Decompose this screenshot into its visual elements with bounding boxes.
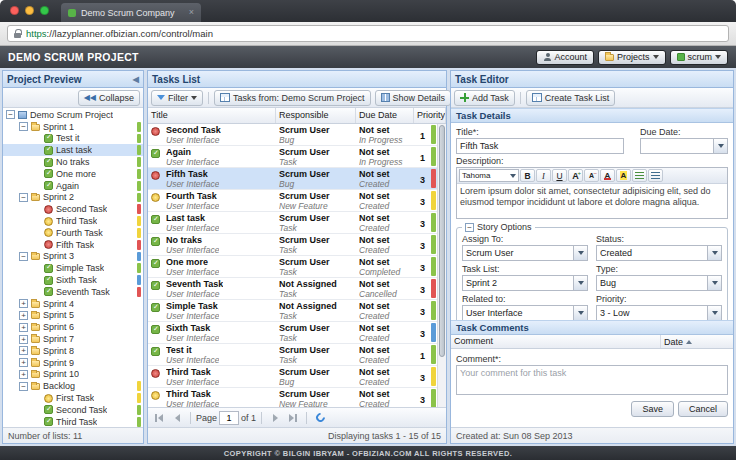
- minimize-window-button[interactable]: [25, 6, 34, 15]
- url-field[interactable]: https://lazyplanner.ofbizian.com/control…: [7, 25, 729, 42]
- tree-node-one-more[interactable]: One more: [3, 168, 143, 180]
- tree-node-simple-task[interactable]: Simple Task: [3, 262, 143, 274]
- first-page-button[interactable]: [151, 410, 167, 426]
- refresh-button[interactable]: [312, 410, 328, 426]
- task-row[interactable]: No traksUser InterfaceScrum UserTaskNot …: [148, 234, 437, 256]
- save-comment-button[interactable]: Save: [631, 401, 674, 417]
- maximize-window-button[interactable]: [40, 6, 49, 15]
- minus-expander-icon[interactable]: −: [19, 122, 28, 131]
- date-picker-trigger[interactable]: [713, 138, 728, 154]
- tree-node-fourth-task[interactable]: Fourth Task: [3, 227, 143, 239]
- task-row[interactable]: Second TaskUser InterfaceScrum UserBugNo…: [148, 124, 437, 146]
- tree-node-sprint-6[interactable]: +Sprint 6: [3, 321, 143, 333]
- chevron-down-icon[interactable]: [573, 245, 588, 261]
- tree-node-first-task[interactable]: First Task: [3, 392, 143, 404]
- column-header-priority[interactable]: Priority: [414, 108, 446, 123]
- tab-close-icon[interactable]: ×: [189, 8, 194, 17]
- projects-menu-button[interactable]: Projects: [598, 50, 666, 65]
- bullet-list-icon[interactable]: [632, 169, 647, 182]
- chevron-down-icon[interactable]: [573, 305, 588, 320]
- increase-font-size-icon[interactable]: [568, 169, 583, 182]
- browser-tab[interactable]: Demo Scrum Company ×: [61, 3, 201, 22]
- filter-button[interactable]: Filter: [151, 90, 203, 106]
- tree-node-sprint-4[interactable]: +Sprint 4: [3, 298, 143, 310]
- task-row[interactable]: Seventh TaskUser InterfaceNot AssignedTa…: [148, 278, 437, 300]
- bold-icon[interactable]: [520, 169, 535, 182]
- cancel-comment-button[interactable]: Cancel: [678, 401, 728, 417]
- task-row[interactable]: AgainUser InterfaceScrum UserTaskNot set…: [148, 146, 437, 168]
- assign-to-select[interactable]: Scrum User: [462, 245, 588, 261]
- column-header-date[interactable]: Date: [661, 335, 733, 348]
- minus-expander-icon[interactable]: −: [19, 252, 28, 261]
- tree-node-backlog[interactable]: −Backlog: [3, 380, 143, 392]
- show-details-button[interactable]: Show Details: [375, 90, 452, 106]
- title-input[interactable]: [456, 138, 624, 154]
- task-row[interactable]: Fourth TaskUser InterfaceScrum UserNew F…: [148, 190, 437, 212]
- tree-node-sprint-8[interactable]: +Sprint 8: [3, 345, 143, 357]
- tree-node-second-task[interactable]: Second Task: [3, 404, 143, 416]
- plus-expander-icon[interactable]: +: [19, 370, 28, 379]
- comment-textarea[interactable]: [456, 365, 728, 395]
- tree-node-sixth-task[interactable]: Sixth Task: [3, 274, 143, 286]
- tree-node-sprint-3[interactable]: −Sprint 3: [3, 251, 143, 263]
- description-editor-content[interactable]: Lorem ipsum dolor sit amet, consectetur …: [457, 184, 727, 218]
- close-window-button[interactable]: [10, 6, 19, 15]
- task-row[interactable]: Last taskUser InterfaceScrum UserTaskNot…: [148, 212, 437, 234]
- type-select[interactable]: Bug: [596, 275, 722, 291]
- chevron-down-icon[interactable]: [707, 305, 722, 320]
- minus-expander-icon[interactable]: −: [19, 193, 28, 202]
- chevron-down-icon[interactable]: [573, 275, 588, 291]
- tree-node-sprint-1[interactable]: −Sprint 1: [3, 121, 143, 133]
- priority-select[interactable]: 3 - Low: [596, 305, 722, 320]
- column-header-comment[interactable]: Comment: [451, 335, 661, 348]
- tree-node-sprint-7[interactable]: +Sprint 7: [3, 333, 143, 345]
- task-row[interactable]: Fifth TaskUser InterfaceScrum UserBugNot…: [148, 168, 437, 190]
- plus-expander-icon[interactable]: +: [19, 335, 28, 344]
- task-list-select[interactable]: Sprint 2: [462, 275, 588, 291]
- chevron-down-icon[interactable]: [707, 245, 722, 261]
- plus-expander-icon[interactable]: +: [19, 358, 28, 367]
- plus-expander-icon[interactable]: +: [19, 311, 28, 320]
- create-task-list-button[interactable]: Create Task List: [526, 90, 615, 106]
- tree-node-last-task[interactable]: Last task: [3, 144, 143, 156]
- previous-page-button[interactable]: [169, 410, 185, 426]
- collapse-toggle-icon[interactable]: −: [465, 223, 474, 232]
- tree-node-again[interactable]: Again: [3, 180, 143, 192]
- collapse-panel-icon[interactable]: ◀: [133, 75, 139, 84]
- tree-node-test-it[interactable]: Test it: [3, 133, 143, 145]
- add-task-button[interactable]: Add Task: [454, 90, 515, 106]
- tree-node-sprint-10[interactable]: +Sprint 10: [3, 369, 143, 381]
- current-project-button[interactable]: scrum: [670, 50, 729, 65]
- font-color-icon[interactable]: [600, 169, 615, 182]
- last-page-button[interactable]: [285, 410, 301, 426]
- column-header-title[interactable]: Title: [148, 108, 276, 123]
- highlight-color-icon[interactable]: [616, 169, 631, 182]
- tree-node-no-traks[interactable]: No traks: [3, 156, 143, 168]
- chevron-down-icon[interactable]: [707, 275, 722, 291]
- tree-node-third-task[interactable]: Third Task: [3, 215, 143, 227]
- tree-node-sprint-5[interactable]: +Sprint 5: [3, 310, 143, 322]
- page-number-input[interactable]: [219, 411, 239, 425]
- vertical-scrollbar[interactable]: [437, 124, 446, 407]
- plus-expander-icon[interactable]: +: [19, 346, 28, 355]
- story-options-legend[interactable]: − Story Options: [462, 222, 535, 232]
- related-to-select[interactable]: User Interface: [462, 305, 588, 320]
- account-button[interactable]: Account: [536, 50, 594, 65]
- column-header-responsible[interactable]: Responsible: [276, 108, 356, 123]
- task-row[interactable]: One moreUser InterfaceScrum UserTaskNot …: [148, 256, 437, 278]
- due-date-input[interactable]: [640, 138, 713, 154]
- tasks-source-button[interactable]: Tasks from: Demo Scrum Project: [214, 90, 371, 106]
- minus-expander-icon[interactable]: −: [19, 382, 28, 391]
- tree-node-second-task[interactable]: Second Task: [3, 203, 143, 215]
- minus-expander-icon[interactable]: −: [6, 110, 15, 119]
- collapse-button[interactable]: ◀◀ Collapse: [78, 90, 140, 106]
- font-family-select[interactable]: Tahoma: [459, 169, 519, 182]
- italic-icon[interactable]: [536, 169, 551, 182]
- tree-node-demo-scrum-project[interactable]: −Demo Scrum Project: [3, 109, 143, 121]
- next-page-button[interactable]: [267, 410, 283, 426]
- tree-node-third-task[interactable]: Third Task: [3, 416, 143, 427]
- tree-node-sprint-2[interactable]: −Sprint 2: [3, 192, 143, 204]
- decrease-font-size-icon[interactable]: [584, 169, 599, 182]
- numbered-list-icon[interactable]: [648, 169, 663, 182]
- task-row[interactable]: Third TaskUser InterfaceScrum UserNew Fe…: [148, 388, 437, 407]
